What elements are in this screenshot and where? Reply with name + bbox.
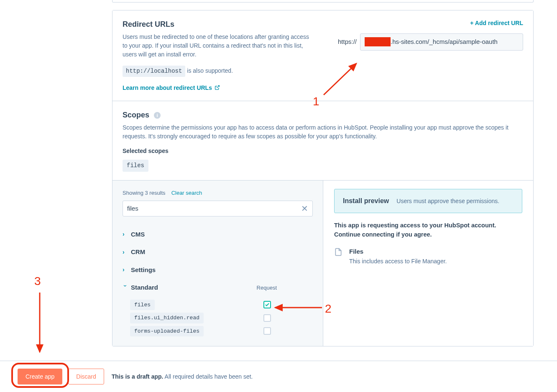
category-standard[interactable]: › Standard Request bbox=[123, 279, 313, 297]
draft-status-text: This is a draft app. All required detail… bbox=[112, 372, 253, 381]
scopes-title: Scopes i bbox=[123, 109, 523, 121]
url-protocol-prefix: https:// bbox=[338, 37, 357, 47]
scope-row-files: files bbox=[123, 298, 313, 312]
scope-row-forms-uploaded-files: forms-uploaded-files bbox=[123, 325, 313, 338]
permission-files: Files This includes access to File Manag… bbox=[334, 247, 522, 266]
add-redirect-url-button[interactable]: + Add redirect URL bbox=[470, 19, 523, 28]
scopes-description: Scopes determine the permissions your ap… bbox=[123, 123, 523, 141]
footer-bar: Create app Discard This is a draft app. … bbox=[0, 361, 557, 392]
redirect-description: Users must be redirected to one of these… bbox=[123, 33, 315, 59]
annotation-arrow-3 bbox=[36, 289, 44, 356]
info-icon[interactable]: i bbox=[154, 112, 161, 119]
scope-list: files files.ui_hidden.read forms-uploade… bbox=[123, 298, 313, 338]
install-preview-panel: Install preview Users must approve these… bbox=[323, 181, 533, 346]
external-link-icon bbox=[215, 84, 220, 93]
search-field[interactable] bbox=[127, 205, 301, 212]
chevron-right-icon: › bbox=[123, 265, 128, 274]
file-icon bbox=[334, 247, 342, 260]
redirect-title: Redirect URLs bbox=[123, 19, 315, 30]
selected-scopes-label: Selected scopes bbox=[123, 147, 523, 155]
learn-more-link[interactable]: Learn more about redirect URLs bbox=[123, 84, 220, 91]
checkbox-files[interactable] bbox=[263, 301, 271, 308]
category-cms[interactable]: › CMS bbox=[123, 226, 313, 244]
localhost-code: http://localhost bbox=[123, 66, 185, 77]
checkbox-forms-uploaded-files[interactable] bbox=[263, 327, 271, 335]
clear-input-icon[interactable]: ✕ bbox=[301, 204, 308, 213]
redirect-url-input[interactable]: .hs-sites.com/_hcms/api/sample-oauth bbox=[360, 33, 523, 51]
discard-button[interactable]: Discard bbox=[68, 369, 104, 384]
category-settings[interactable]: › Settings bbox=[123, 261, 313, 279]
scope-search-panel: Showing 3 results Clear search ✕ › CMS ›… bbox=[112, 181, 323, 346]
chevron-right-icon: › bbox=[123, 248, 128, 257]
localhost-suffix: is also supported. bbox=[185, 67, 233, 74]
redirect-url-value: .hs-sites.com/_hcms/api/sample-oauth bbox=[391, 37, 498, 47]
scopes-section: Scopes i Scopes determine the permission… bbox=[112, 101, 533, 180]
category-crm[interactable]: › CRM bbox=[123, 243, 313, 261]
request-column-header: Request bbox=[257, 284, 277, 292]
create-app-button[interactable]: Create app bbox=[18, 369, 62, 384]
svg-line-0 bbox=[217, 86, 219, 88]
redacted-block bbox=[365, 37, 391, 46]
redirect-urls-section: Redirect URLs Users must be redirected t… bbox=[112, 10, 533, 101]
clear-search-link[interactable]: Clear search bbox=[171, 189, 202, 197]
selected-scope-chip: files bbox=[123, 160, 148, 172]
chevron-down-icon: › bbox=[121, 285, 130, 290]
chevron-right-icon: › bbox=[123, 230, 128, 239]
annotation-label-3: 3 bbox=[34, 272, 41, 290]
results-count: Showing 3 results bbox=[123, 189, 166, 197]
install-preview-banner: Install preview Users must approve these… bbox=[334, 189, 522, 213]
scope-search-input[interactable]: ✕ bbox=[123, 201, 313, 216]
access-request-text: This app is requesting access to your Hu… bbox=[334, 221, 522, 239]
checkbox-files-ui-hidden[interactable] bbox=[263, 314, 271, 322]
scope-row-files-ui-hidden-read: files.ui_hidden.read bbox=[123, 311, 313, 325]
